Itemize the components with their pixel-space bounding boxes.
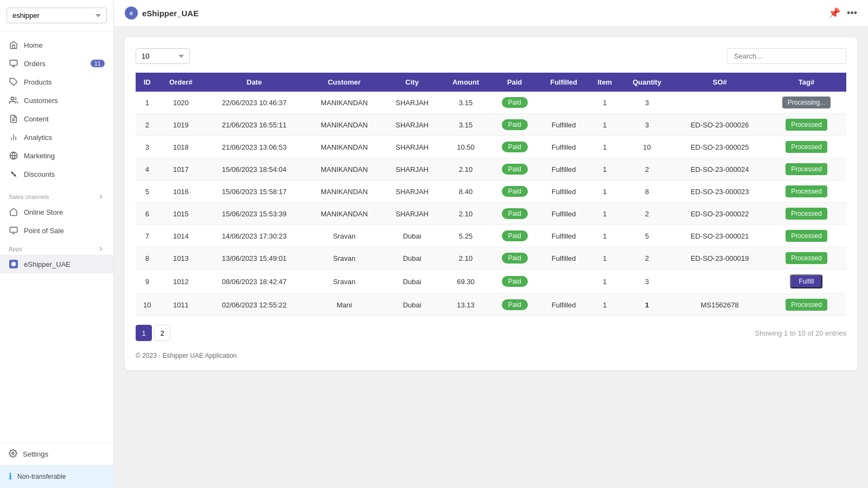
cell-customer: Sravan [305,269,383,294]
col-quantity: Quantity [621,73,673,92]
svg-point-17 [11,262,16,266]
content-icon [9,114,18,124]
tag-processed-badge: Processed [786,252,827,264]
cell-city: Dubai [383,294,441,316]
cell-amount: 2.10 [441,247,490,269]
store-dropdown[interactable]: eshipper [7,8,107,23]
nav-content-label: Content [24,115,49,123]
cell-tag: Processed [767,181,846,203]
cell-order: 1019 [158,114,203,136]
cell-tag: Processing... [767,92,846,114]
nav-marketing[interactable]: Marketing [0,146,113,165]
nav-content[interactable]: Content [0,110,113,128]
table-controls: 10 25 50 100 [136,48,846,64]
cell-customer: MANIKANDAN [305,114,383,136]
nav-orders[interactable]: Orders 11 [0,54,113,73]
cell-quantity: 2 [621,247,673,269]
cell-date: 21/06/2023 16:55:11 [203,114,305,136]
cell-customer: MANIKANDAN [305,158,383,181]
paid-badge: Paid [502,97,528,108]
col-fulfilled: Fulfilled [539,73,589,92]
products-icon [9,77,18,87]
cell-amount: 2.10 [441,203,490,225]
cell-order: 1016 [158,181,203,203]
col-date: Date [203,73,305,92]
cell-fulfilled: Fulfilled [539,114,589,136]
cell-so: ED-SO-23-000019 [673,247,766,269]
nav-customers-label: Customers [24,97,58,105]
nav-products[interactable]: Products [0,73,113,91]
paid-badge: Paid [502,276,528,287]
non-transferable-banner: ℹ Non-transferable [0,465,113,488]
store-selector[interactable]: eshipper [0,0,113,31]
cell-fulfilled: Fulfilled [539,203,589,225]
cell-quantity: 8 [621,181,673,203]
cell-date: 14/06/2023 17:30:23 [203,225,305,247]
cell-paid: Paid [490,136,539,158]
col-so: SO# [673,73,766,92]
nav-customers[interactable]: Customers [0,91,113,110]
cell-tag: Processed [767,114,846,136]
cell-id: 4 [136,158,158,181]
more-options-icon[interactable]: ••• [847,8,857,19]
page-size-select[interactable]: 10 25 50 100 [136,48,190,64]
cell-fulfilled: Fulfilled [539,158,589,181]
cell-fulfilled: Fulfilled [539,136,589,158]
cell-id: 7 [136,225,158,247]
cell-so: ED-SO-23-000025 [673,136,766,158]
cell-tag: Processed [767,136,846,158]
cell-item: 1 [589,247,621,269]
pin-icon[interactable]: 📌 [828,7,840,19]
cell-city: SHARJAH [383,114,441,136]
cell-so: ED-SO-23-000021 [673,225,766,247]
nav-eshipper-uae[interactable]: eShipper_UAE [0,255,113,273]
nav-pos-label: Point of Sale [24,227,64,235]
cell-so: ED-SO-23-000026 [673,114,766,136]
orders-table: ID Order# Date Customer City Amount Paid… [136,73,846,316]
cell-id: 10 [136,294,158,316]
search-input[interactable] [727,48,846,64]
tag-processed-badge: Processed [786,230,827,242]
fulfill-button[interactable]: Fulfill [790,274,822,288]
cell-date: 02/06/2023 12:55:22 [203,294,305,316]
settings-icon [9,449,17,459]
cell-customer: Sravan [305,225,383,247]
cell-amount: 13.13 [441,294,490,316]
cell-paid: Paid [490,203,539,225]
nav-settings[interactable]: Settings [0,444,113,465]
app-title-icon: e [125,7,138,20]
nav-discounts[interactable]: Discounts [0,165,113,183]
cell-fulfilled: Fulfilled [539,181,589,203]
nav-home-label: Home [24,41,43,49]
page-btn-2[interactable]: 2 [154,325,170,341]
col-order: Order# [158,73,203,92]
app-title: e eShipper_UAE [125,7,199,20]
cell-amount: 8.40 [441,181,490,203]
cell-tag: Fulfill [767,269,846,294]
cell-amount: 10.50 [441,136,490,158]
page-btn-1[interactable]: 1 [136,325,152,341]
analytics-icon [9,132,18,142]
nav-marketing-label: Marketing [24,152,55,160]
nav-home[interactable]: Home [0,36,113,54]
cell-tag: Processed [767,225,846,247]
nav-online-store[interactable]: Online Store [0,203,113,221]
nav-pos[interactable]: Point of Sale [0,221,113,240]
cell-tag: Processed [767,294,846,316]
table-row: 10 1011 02/06/2023 12:55:22 Mani Dubai 1… [136,294,846,316]
nav-analytics[interactable]: Analytics [0,128,113,146]
cell-paid: Paid [490,158,539,181]
settings-label: Settings [23,450,48,458]
cell-order: 1012 [158,269,203,294]
apps-label: Apps [9,246,22,252]
col-amount: Amount [441,73,490,92]
cell-fulfilled [539,92,589,114]
cell-fulfilled: Fulfilled [539,225,589,247]
cell-customer: Sravan [305,247,383,269]
cell-item: 1 [589,294,621,316]
tag-processing-badge: Processing... [782,97,831,108]
cell-paid: Paid [490,92,539,114]
marketing-icon [9,151,18,160]
table-row: 8 1013 13/06/2023 15:49:01 Sravan Dubai … [136,247,846,269]
pos-icon [9,226,18,235]
